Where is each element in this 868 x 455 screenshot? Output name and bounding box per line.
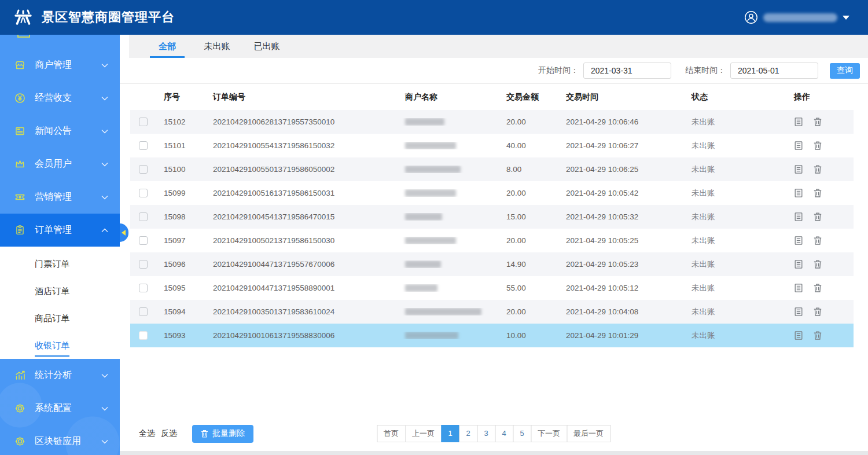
row-ops-cell bbox=[784, 117, 854, 127]
tab-all[interactable]: 全部 bbox=[150, 41, 185, 58]
end-date-input[interactable] bbox=[730, 63, 818, 79]
chevron-up-icon bbox=[101, 228, 108, 233]
table-row[interactable]: 15100 2021042910055013719586050002 8.00 … bbox=[130, 157, 854, 181]
sidebar-item-blockchain[interactable]: 区块链应用 bbox=[0, 425, 120, 455]
delete-icon[interactable] bbox=[813, 117, 822, 127]
table-row[interactable]: 15093 2021042910010613719558830006 10.00… bbox=[130, 324, 854, 347]
search-button[interactable]: 查询 bbox=[830, 63, 860, 79]
sidebar-item-statistics[interactable]: 统计分析 bbox=[0, 359, 120, 392]
row-checkbox-cell bbox=[130, 260, 153, 269]
pagination-button[interactable]: 4 bbox=[495, 425, 513, 442]
row-checkbox[interactable] bbox=[139, 284, 148, 292]
row-seq: 15097 bbox=[153, 236, 203, 245]
delete-icon[interactable] bbox=[813, 141, 822, 151]
row-checkbox[interactable] bbox=[139, 212, 148, 221]
delete-icon[interactable] bbox=[813, 164, 822, 174]
detail-icon[interactable] bbox=[794, 212, 803, 222]
merchant-name-redacted bbox=[405, 142, 456, 149]
pagination-button[interactable]: 上一页 bbox=[405, 425, 442, 442]
detail-icon[interactable] bbox=[794, 236, 803, 245]
delete-icon[interactable] bbox=[813, 331, 822, 340]
row-checkbox[interactable] bbox=[139, 118, 148, 126]
chevron-left-icon bbox=[122, 230, 126, 236]
submenu-item-hotel-orders[interactable]: 酒店订单 bbox=[0, 277, 120, 304]
pagination-button[interactable]: 2 bbox=[459, 425, 477, 442]
row-checkbox[interactable] bbox=[139, 141, 148, 150]
row-ops-cell bbox=[784, 283, 854, 293]
row-checkbox[interactable] bbox=[139, 236, 148, 245]
batch-delete-button[interactable]: 批量删除 bbox=[192, 425, 253, 443]
select-all-link[interactable]: 全选 bbox=[139, 428, 155, 439]
chevron-down-icon bbox=[101, 162, 108, 167]
delete-icon[interactable] bbox=[813, 188, 822, 198]
invert-select-link[interactable]: 反选 bbox=[161, 428, 177, 439]
row-seq: 15095 bbox=[153, 284, 203, 292]
row-order-no: 2021042910035013719583610024 bbox=[203, 307, 395, 316]
table-row[interactable]: 15098 2021042910045413719586470015 15.00… bbox=[130, 205, 854, 229]
row-merchant-cell bbox=[395, 284, 496, 292]
merchant-name-redacted bbox=[405, 118, 444, 126]
sidebar-item-label: 新闻公告 bbox=[35, 125, 72, 137]
table-row[interactable]: 15099 2021042910051613719586150031 20.00… bbox=[130, 181, 854, 205]
orders-submenu: 门票订单 酒店订单 商品订单 收银订单 bbox=[0, 247, 120, 359]
start-date-input[interactable] bbox=[583, 63, 671, 79]
row-checkbox[interactable] bbox=[139, 331, 148, 340]
delete-icon[interactable] bbox=[813, 259, 822, 269]
submenu-item-ticket-orders[interactable]: 门票订单 bbox=[0, 250, 120, 277]
pagination-button[interactable]: 5 bbox=[513, 425, 531, 442]
delete-icon[interactable] bbox=[813, 307, 822, 317]
row-status: 未出账 bbox=[681, 307, 784, 317]
sidebar-item-revenue[interactable]: 经营收支 bbox=[0, 82, 120, 115]
pagination-button[interactable]: 最后一页 bbox=[567, 425, 610, 442]
row-order-no: 2021042910045413719586470015 bbox=[203, 212, 395, 221]
submenu-item-product-orders[interactable]: 商品订单 bbox=[0, 304, 120, 332]
submenu-item-cashier-orders[interactable]: 收银订单 bbox=[0, 332, 120, 359]
sidebar-item-news[interactable]: 新闻公告 bbox=[0, 115, 120, 148]
user-menu[interactable] bbox=[744, 10, 856, 24]
row-order-no: 2021042910055413719586150032 bbox=[203, 141, 395, 150]
detail-icon[interactable] bbox=[794, 141, 803, 151]
news-icon bbox=[14, 125, 26, 137]
tab-unbilled[interactable]: 未出账 bbox=[200, 41, 234, 58]
table-row[interactable]: 15097 2021042910050213719586150030 20.00… bbox=[130, 229, 854, 252]
start-time-label: 开始时间： bbox=[538, 65, 579, 76]
sidebar-item-marketing[interactable]: 营销管理 bbox=[0, 181, 120, 214]
detail-icon[interactable] bbox=[794, 307, 803, 317]
submenu-item-label: 酒店订单 bbox=[35, 286, 69, 297]
detail-icon[interactable] bbox=[794, 164, 803, 174]
sidebar-item-label: 商户管理 bbox=[35, 59, 72, 71]
tab-billed[interactable]: 已出账 bbox=[249, 41, 284, 58]
row-checkbox[interactable] bbox=[139, 260, 148, 269]
chevron-down-icon bbox=[101, 406, 108, 411]
filter-row: 开始时间： 结束时间： 查询 bbox=[120, 58, 868, 84]
sidebar-item-system-config[interactable]: 系统配置 bbox=[0, 392, 120, 425]
row-ops-cell bbox=[784, 331, 854, 340]
row-ops-cell bbox=[784, 236, 854, 245]
table-row[interactable]: 15094 2021042910035013719583610024 20.00… bbox=[130, 300, 854, 324]
pagination-button[interactable]: 3 bbox=[477, 425, 495, 442]
detail-icon[interactable] bbox=[794, 283, 803, 293]
row-checkbox[interactable] bbox=[139, 189, 148, 197]
table-row[interactable]: 15096 2021042910044713719557670006 14.90… bbox=[130, 252, 854, 276]
pagination-button[interactable]: 1 bbox=[441, 425, 459, 442]
detail-icon[interactable] bbox=[794, 117, 803, 127]
row-checkbox[interactable] bbox=[139, 307, 148, 316]
sidebar-item-merchant-mgmt[interactable]: 商户管理 bbox=[0, 49, 120, 82]
row-checkbox[interactable] bbox=[139, 165, 148, 174]
table-row[interactable]: 15095 2021042910044713719558890001 55.00… bbox=[130, 276, 854, 300]
pagination-button[interactable]: 首页 bbox=[377, 425, 406, 442]
delete-icon[interactable] bbox=[813, 212, 822, 222]
table-row[interactable]: 15102 2021042910062813719557350010 20.00… bbox=[130, 110, 854, 134]
delete-icon[interactable] bbox=[813, 236, 822, 245]
sidebar-item-orders[interactable]: 订单管理 bbox=[0, 214, 120, 247]
delete-icon[interactable] bbox=[813, 283, 822, 293]
detail-icon[interactable] bbox=[794, 188, 803, 198]
pagination-button[interactable]: 下一页 bbox=[531, 425, 567, 442]
table-row[interactable]: 15101 2021042910055413719586150032 40.00… bbox=[130, 134, 854, 157]
row-checkbox-cell bbox=[130, 189, 153, 197]
pagination: 首页 上一页 1 2 3 4 5 下一页 最后一页 bbox=[377, 425, 610, 442]
row-amount: 15.00 bbox=[496, 212, 556, 221]
detail-icon[interactable] bbox=[794, 331, 803, 340]
sidebar-item-members[interactable]: 会员用户 bbox=[0, 148, 120, 181]
detail-icon[interactable] bbox=[794, 259, 803, 269]
